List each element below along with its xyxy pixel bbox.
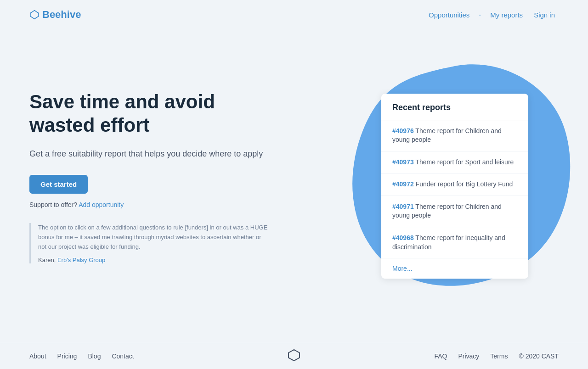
footer-left-link[interactable]: Pricing: [57, 352, 77, 360]
report-id-link[interactable]: #40968: [392, 234, 414, 241]
footer-logo: [288, 349, 300, 363]
report-id-link[interactable]: #40973: [392, 158, 414, 166]
reports-card: Recent reports #40976 Theme report for C…: [381, 94, 528, 279]
testimonial: The option to click on a few additional …: [29, 223, 268, 263]
footer-left-links: AboutPricingBlogContact: [29, 352, 134, 360]
nav-my-reports[interactable]: My reports: [486, 9, 526, 21]
more-reports-link[interactable]: More...: [381, 258, 528, 279]
reports-list: #40976 Theme report for Children and you…: [381, 120, 528, 258]
testimonial-org-link[interactable]: Erb's Palsy Group: [57, 257, 105, 263]
reports-card-header: Recent reports: [381, 94, 528, 120]
add-opportunity-link[interactable]: Add opportunity: [79, 201, 124, 208]
logo-text: Beehive: [42, 9, 81, 21]
report-item: #40971 Theme report for Children and you…: [381, 196, 528, 227]
footer-right-link[interactable]: Privacy: [458, 352, 479, 360]
footer-right-links: FAQPrivacyTerms© 2020 CAST: [434, 352, 559, 360]
footer-copyright: © 2020 CAST: [519, 352, 559, 360]
footer-right-link[interactable]: FAQ: [434, 352, 447, 360]
hero-section: Save time and avoid wasted effort Get a …: [29, 90, 268, 263]
nav-sign-in[interactable]: Sign in: [530, 9, 559, 21]
logo-icon: [29, 10, 40, 20]
report-item: #40973 Theme report for Sport and leisur…: [381, 151, 528, 174]
navbar: Beehive Opportunities · My reports Sign …: [0, 0, 588, 29]
nav-links: Opportunities · My reports Sign in: [425, 9, 559, 21]
reports-card-title: Recent reports: [392, 103, 517, 112]
footer: AboutPricingBlogContact FAQPrivacyTerms©…: [0, 343, 588, 369]
report-item: #40976 Theme report for Children and you…: [381, 120, 528, 151]
svg-marker-0: [30, 11, 39, 19]
report-item: #40972 Funder report for Big Lottery Fun…: [381, 173, 528, 196]
testimonial-text: The option to click on a few additional …: [38, 223, 268, 252]
report-item: #40968 Theme report for Inequality and d…: [381, 227, 528, 258]
report-id-link[interactable]: #40972: [392, 180, 414, 188]
get-started-button[interactable]: Get started: [29, 175, 88, 194]
footer-left-link[interactable]: Contact: [112, 352, 134, 360]
hero-subtitle: Get a free suitability report that helps…: [29, 148, 268, 160]
testimonial-author: Karen, Erb's Palsy Group: [38, 257, 268, 263]
footer-left-link[interactable]: About: [29, 352, 46, 360]
support-text: Support to offer? Add opportunity: [29, 201, 268, 208]
svg-marker-1: [288, 350, 300, 361]
footer-right-link[interactable]: Terms: [490, 352, 508, 360]
nav-separator: ·: [479, 10, 481, 20]
logo[interactable]: Beehive: [29, 9, 81, 21]
main-content: Save time and avoid wasted effort Get a …: [0, 29, 588, 343]
report-id-link[interactable]: #40976: [392, 127, 414, 134]
report-id-link[interactable]: #40971: [392, 203, 414, 210]
hero-title: Save time and avoid wasted effort: [29, 90, 268, 137]
footer-left-link[interactable]: Blog: [88, 352, 101, 360]
nav-opportunities[interactable]: Opportunities: [425, 9, 473, 21]
